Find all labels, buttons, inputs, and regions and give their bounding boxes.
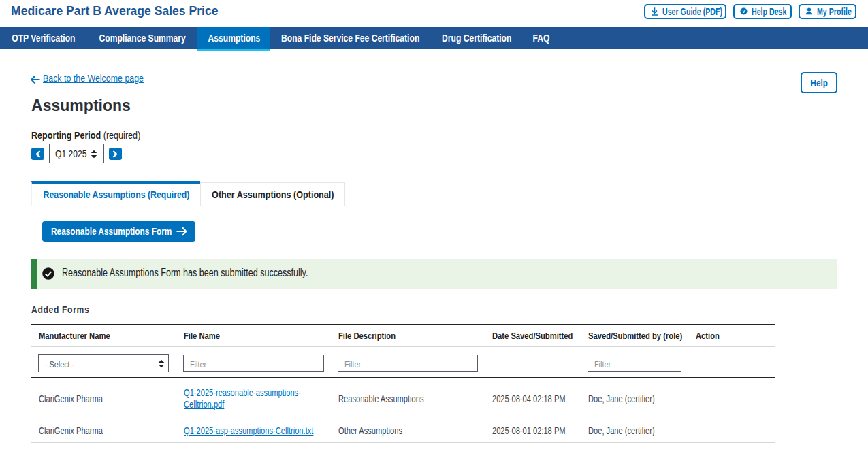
svg-text:?: ?	[742, 8, 745, 14]
